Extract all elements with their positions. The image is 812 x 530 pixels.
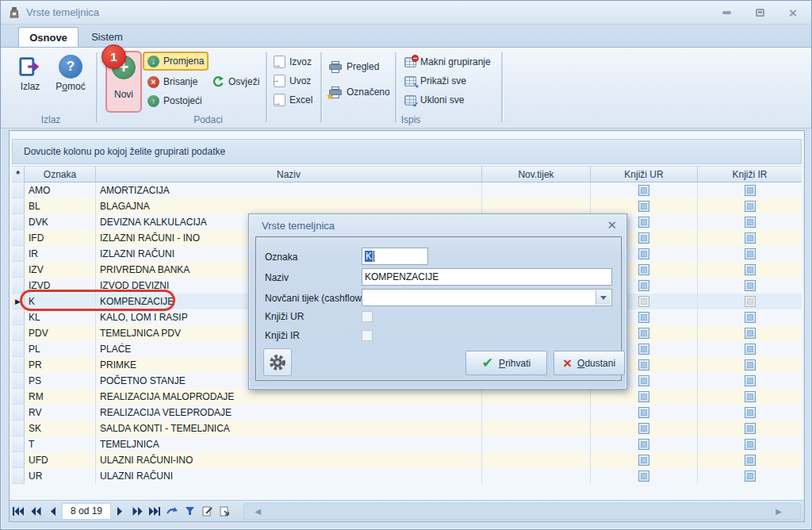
cell-oznaka[interactable]: K [25, 294, 96, 309]
knjizi-ir-checkbox[interactable] [745, 296, 756, 307]
cell-knjizi-ur[interactable] [591, 436, 698, 452]
minimize-button[interactable] [716, 6, 737, 20]
cell-knjizi-ir[interactable] [698, 325, 802, 341]
odustani-button[interactable]: × Odustani [553, 351, 625, 375]
tab-sistem[interactable]: Sistem [82, 27, 132, 47]
cell-knjizi-ir[interactable] [698, 262, 802, 278]
knjizi-ir-checkbox[interactable] [745, 232, 756, 244]
cell-oznaka[interactable]: PS [25, 373, 96, 389]
knjizi-ur-checkbox[interactable] [638, 248, 649, 259]
header-nov-tijek[interactable]: Nov.tijek [482, 166, 591, 182]
naziv-input[interactable]: KOMPENZACIJE [362, 268, 612, 286]
cell-naziv[interactable]: SALDA KONTI - TEMELJNICA [96, 421, 482, 436]
cell-oznaka[interactable]: PDV [25, 325, 96, 341]
knjizi-ur-checkbox[interactable] [638, 232, 649, 244]
brisanje-button[interactable]: × Brisanje [144, 73, 201, 90]
knjizi-ir-checkbox[interactable] [745, 423, 756, 434]
cell-knjizi-ir[interactable] [698, 421, 802, 436]
cell-oznaka[interactable]: RM [25, 389, 96, 405]
prikazi-sve-button[interactable]: ↘ Prikaži sve [401, 72, 469, 90]
cell-knjizi-ir[interactable] [698, 246, 802, 262]
header-knjizi-ur[interactable]: Knjiži UR [591, 166, 698, 182]
nav-edit-record-button[interactable] [198, 503, 216, 519]
knjizi-ir-checkbox[interactable] [745, 328, 756, 339]
cell-oznaka[interactable]: IZV [25, 262, 96, 278]
oznaka-input[interactable]: K [362, 248, 428, 265]
cell-nov-tijek[interactable] [482, 421, 591, 436]
knjizi-ir-checkbox[interactable] [745, 407, 756, 418]
nav-prev-page-button[interactable] [27, 503, 44, 519]
cell-nov-tijek[interactable] [482, 198, 591, 214]
cell-oznaka[interactable]: T [25, 436, 96, 452]
knjizi-ur-checkbox[interactable] [638, 407, 649, 418]
cell-knjizi-ir[interactable] [698, 294, 802, 309]
cell-naziv[interactable]: AMORTIZACIJA [96, 182, 482, 198]
nav-filter-button[interactable] [181, 503, 198, 519]
cell-oznaka[interactable]: UFD [25, 452, 96, 468]
knjizi-ir-checkbox[interactable] [745, 264, 756, 275]
oznaceno-button[interactable]: ★ Označeno [326, 83, 393, 101]
knjizi-ur-checkbox[interactable] [638, 280, 649, 291]
cell-knjizi-ir[interactable] [698, 341, 802, 357]
cashflow-dropdown[interactable] [362, 289, 612, 306]
nav-next-button[interactable] [111, 503, 128, 519]
knjizi-ir-checkbox[interactable] [745, 248, 756, 259]
knjizi-ir-checkbox[interactable] [745, 217, 756, 228]
close-button[interactable]: × [783, 6, 803, 20]
cell-knjizi-ir[interactable] [698, 182, 802, 198]
knjizi-ur-checkbox[interactable] [638, 296, 649, 307]
knjizi-ur-checkbox[interactable] [638, 455, 649, 466]
cell-knjizi-ir[interactable] [698, 214, 802, 230]
knjizi-ur-checkbox[interactable] [638, 185, 649, 196]
cell-oznaka[interactable]: UR [25, 468, 96, 484]
knjizi-ur-checkbox[interactable] [638, 312, 649, 323]
cell-knjizi-ir[interactable] [698, 468, 802, 484]
nav-refresh-button[interactable] [163, 503, 181, 519]
knjizi-ur-checkbox[interactable] [638, 375, 649, 386]
table-row[interactable]: AMOAMORTIZACIJA [12, 182, 802, 198]
cell-knjizi-ir[interactable] [698, 357, 802, 373]
horizontal-scrollbar[interactable]: ◀ ▶ [243, 503, 801, 520]
cell-knjizi-ir[interactable] [698, 436, 802, 452]
knjizi-ur-checkbox[interactable] [638, 201, 649, 212]
dialog-close-icon[interactable]: ✕ [607, 218, 617, 232]
osvjezi-button[interactable]: Osvježi [209, 73, 262, 90]
knjizi-ur-checkbox[interactable] [638, 217, 649, 228]
cell-oznaka[interactable]: SK [25, 421, 96, 436]
cell-oznaka[interactable]: IZVD [25, 278, 96, 294]
knjizi-ur-checkbox[interactable] [638, 470, 649, 482]
cell-knjizi-ur[interactable] [591, 452, 698, 468]
table-row[interactable]: RVREALIZACIJA VELEPRODAJE [12, 405, 802, 421]
prihvati-button[interactable]: ✔ Prihvati [465, 351, 547, 375]
cell-oznaka[interactable]: PL [25, 341, 96, 357]
knjizi-ur-checkbox[interactable] [638, 359, 649, 371]
cell-knjizi-ir[interactable] [698, 278, 802, 294]
cell-naziv[interactable]: ULAZNI RAČUNI-INO [96, 452, 482, 468]
knjizi-ur-checkbox[interactable] [638, 423, 649, 434]
cell-knjizi-ir[interactable] [698, 405, 802, 421]
cell-naziv[interactable]: BLAGAJNA [96, 198, 482, 214]
table-row[interactable]: BLBLAGAJNA [12, 198, 802, 214]
cell-knjizi-ir[interactable] [698, 309, 802, 325]
knjizi-ir-checkbox[interactable] [745, 312, 756, 323]
izvoz-button[interactable]: → Izvoz [270, 53, 315, 71]
cell-knjizi-ur[interactable] [591, 468, 698, 484]
uvoz-button[interactable]: → Uvoz [270, 72, 314, 90]
cell-nov-tijek[interactable] [482, 389, 591, 405]
nav-last-button[interactable] [146, 503, 163, 519]
restore-button[interactable] [749, 6, 770, 20]
cell-nov-tijek[interactable] [482, 452, 591, 468]
promjena-button[interactable]: ↓ Promjena [143, 52, 209, 71]
scroll-right-icon[interactable]: ▶ [772, 504, 786, 519]
knjizi-ur-checkbox[interactable] [362, 311, 373, 322]
table-row[interactable]: URULAZNI RAČUNI [12, 468, 802, 484]
izlaz-button[interactable]: Izlaz [12, 52, 48, 92]
pregled-button[interactable]: Pregled [326, 58, 382, 75]
header-naziv[interactable]: Naziv [96, 166, 482, 182]
group-by-box[interactable]: Dovucite kolonu po kojoj želite grupirat… [12, 139, 802, 164]
knjizi-ir-checkbox[interactable] [745, 455, 756, 466]
cell-knjizi-ur[interactable] [591, 405, 698, 421]
cell-nov-tijek[interactable] [482, 436, 591, 452]
knjizi-ir-checkbox[interactable] [745, 280, 756, 291]
table-row[interactable]: SKSALDA KONTI - TEMELJNICA [12, 421, 802, 436]
